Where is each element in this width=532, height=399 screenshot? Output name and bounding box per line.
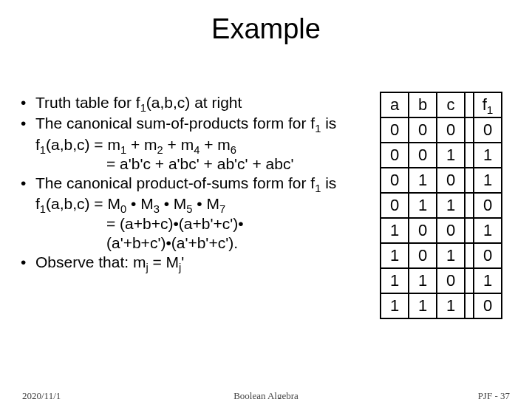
bullet-dot: • xyxy=(21,114,35,133)
cell-gap xyxy=(465,168,474,193)
table-row: 0 1 0 1 xyxy=(381,168,502,193)
txt: = M xyxy=(149,253,179,270)
txt: + m xyxy=(200,136,230,153)
col-b: b xyxy=(409,92,437,117)
cell-gap xyxy=(465,143,474,168)
sub: 1 xyxy=(140,102,146,114)
bullet-3-line2: f1(a,b,c) = M0 • M3 • M5 • M7 xyxy=(35,194,368,214)
txt: • M xyxy=(160,195,187,212)
table-row: 0 1 1 0 xyxy=(381,193,502,218)
bullet-2-line3: = a'b'c + a'bc' + ab'c' + abc' xyxy=(106,154,368,174)
cell: 0 xyxy=(474,193,502,218)
sub: 1 xyxy=(40,144,46,156)
table-row: 0 0 0 0 xyxy=(381,117,502,143)
cell: 0 xyxy=(437,168,465,193)
cell: 0 xyxy=(474,243,502,268)
cell: 1 xyxy=(437,293,465,318)
cell: 0 xyxy=(381,117,409,143)
bullet-3-line3: = (a+b+c)•(a+b'+c')• xyxy=(106,214,368,233)
footer-center: Boolean Algebra xyxy=(0,390,532,399)
bullet-2-text: The canonical sum-of-products form for f… xyxy=(35,114,368,133)
bullet-4: • Observe that: mj = Mj' xyxy=(21,253,368,272)
bullet-2-line2: f1(a,b,c) = m1 + m2 + m4 + m6 xyxy=(35,135,368,154)
cell: 1 xyxy=(409,168,437,193)
txt: (a,b,c) = m xyxy=(46,136,120,153)
truth-table: a b c f1 0 0 0 0 0 0 1 1 0 1 0 1 0 xyxy=(380,92,502,319)
table-row: 0 0 1 1 xyxy=(381,143,502,168)
txt: The canonical product-of-sums form for f xyxy=(35,174,315,191)
bullet-3-line4: (a'+b+c')•(a'+b'+c'). xyxy=(106,233,368,253)
cell: 1 xyxy=(381,268,409,293)
cell: 1 xyxy=(381,243,409,268)
txt: (a,b,c) at right xyxy=(146,94,242,111)
cell: 0 xyxy=(474,293,502,318)
table-row: 1 0 1 0 xyxy=(381,243,502,268)
cell: 0 xyxy=(474,117,502,143)
cell: 0 xyxy=(437,268,465,293)
txt: • M xyxy=(193,195,220,212)
cell-gap xyxy=(465,293,474,318)
cell: 1 xyxy=(409,293,437,318)
txt: ' xyxy=(181,253,184,270)
txt: is xyxy=(321,174,336,191)
table-header-row: a b c f1 xyxy=(381,92,502,117)
bullet-3: • The canonical product-of-sums form for… xyxy=(21,174,368,193)
txt: is xyxy=(321,115,336,132)
bullet-4-text: Observe that: mj = Mj' xyxy=(35,253,368,272)
bullet-3-text: The canonical product-of-sums form for f… xyxy=(35,174,368,193)
col-a: a xyxy=(381,92,409,117)
sub: 1 xyxy=(40,203,46,215)
txt: Truth table for f xyxy=(35,94,140,111)
cell: 0 xyxy=(409,243,437,268)
bullet-1: • Truth table for f1(a,b,c) at right xyxy=(21,93,368,112)
txt: The canonical sum-of-products form for f xyxy=(35,115,315,132)
cell: 0 xyxy=(381,168,409,193)
cell-gap xyxy=(465,218,474,243)
bullet-2: • The canonical sum-of-products form for… xyxy=(21,114,368,133)
slide-title: Example xyxy=(0,13,532,45)
txt: Observe that: m xyxy=(35,253,146,270)
cell: 0 xyxy=(437,117,465,143)
cell: 1 xyxy=(409,268,437,293)
col-c: c xyxy=(437,92,465,117)
cell: 1 xyxy=(474,218,502,243)
slide: Example • Truth table for f1(a,b,c) at r… xyxy=(0,13,532,399)
txt: + m xyxy=(126,136,157,153)
bullet-dot: • xyxy=(21,174,35,193)
txt: • M xyxy=(126,195,154,212)
cell: 0 xyxy=(409,117,437,143)
cell: 1 xyxy=(381,218,409,243)
table-row: 1 1 0 1 xyxy=(381,268,502,293)
cell-gap xyxy=(465,117,474,143)
cell: 1 xyxy=(381,293,409,318)
txt: + m xyxy=(163,136,194,153)
cell: 0 xyxy=(381,193,409,218)
cell: 0 xyxy=(437,218,465,243)
cell: 1 xyxy=(474,168,502,193)
cell: 1 xyxy=(437,143,465,168)
cell: 1 xyxy=(474,143,502,168)
cell: 1 xyxy=(474,268,502,293)
table-row: 1 1 1 0 xyxy=(381,293,502,318)
cell: 0 xyxy=(381,143,409,168)
cell: 1 xyxy=(409,193,437,218)
bullet-1-text: Truth table for f1(a,b,c) at right xyxy=(35,93,368,112)
cell-gap xyxy=(465,243,474,268)
cell: 1 xyxy=(437,193,465,218)
footer-page: PJF - 37 xyxy=(478,390,510,399)
table-row: 1 0 0 1 xyxy=(381,218,502,243)
cell-gap xyxy=(465,268,474,293)
col-gap xyxy=(465,92,474,117)
bullet-dot: • xyxy=(21,93,35,112)
col-f1: f1 xyxy=(474,92,502,117)
cell: 0 xyxy=(409,218,437,243)
bullet-dot: • xyxy=(21,253,35,272)
txt: (a,b,c) = M xyxy=(46,195,120,212)
cell: 1 xyxy=(437,243,465,268)
cell-gap xyxy=(465,193,474,218)
body-text: • Truth table for f1(a,b,c) at right • T… xyxy=(21,93,368,273)
sub: 1 xyxy=(487,103,494,116)
cell: 0 xyxy=(409,143,437,168)
